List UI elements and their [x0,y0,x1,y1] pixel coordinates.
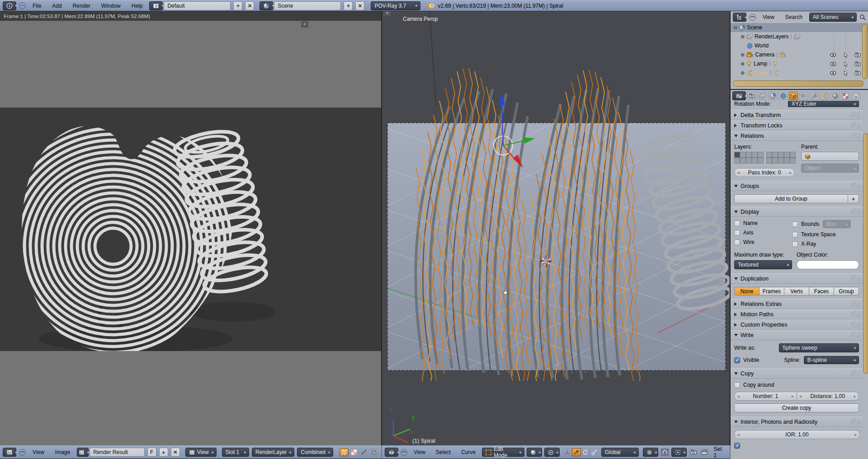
menu-select[interactable]: Select [432,449,455,455]
image-view-mode-select[interactable]: View [185,448,217,457]
pass-index-slider[interactable]: ◂Pass Index: 0▸ [734,168,795,177]
render-slot-select[interactable]: Slot 1 [222,448,249,457]
tab-render[interactable] [747,92,756,100]
clipped-checkbox[interactable] [734,443,740,449]
panel-write[interactable]: Write [731,330,863,340]
snap-element-select[interactable] [671,448,687,457]
pin-icon[interactable] [19,449,26,456]
outliner-item-lamp[interactable]: ⊕ Lamp | [731,59,868,68]
add-to-group-new-button[interactable]: + [848,194,859,203]
outliner-item-renderlayers[interactable]: ⊕ RenderLayers | [731,32,868,41]
display-bounds-checkbox[interactable] [792,221,798,227]
panel-copy[interactable]: Copy [731,368,863,379]
tab-scene[interactable] [768,92,777,100]
manipulator-toggle[interactable] [563,448,572,456]
scene-field[interactable]: Scene [274,1,341,10]
tab-material[interactable] [830,92,840,100]
tab-object[interactable] [789,92,798,100]
display-xray-checkbox[interactable] [792,241,798,247]
render-pass-select[interactable]: Combined [297,448,333,457]
panel-relations-extras[interactable]: Relations Extras [731,299,863,309]
properties-vertical-scrollbar[interactable] [863,133,868,374]
render-opengl-anim-button[interactable] [700,448,708,456]
image-editor-type-button[interactable] [3,448,16,457]
visible-checkbox[interactable] [734,357,740,363]
outliner-display-filter[interactable]: All Scenes [809,13,857,22]
draw-zbuffer-toggle[interactable] [359,448,368,456]
spline-select[interactable]: B-spline [804,356,859,364]
outliner-item-camera[interactable]: ⊕ Camera | [731,50,868,59]
duplication-verts-button[interactable]: Verts [784,287,809,295]
menu-help[interactable]: Help [127,3,147,9]
draw-image-toggle[interactable] [340,448,349,456]
display-name-checkbox[interactable] [734,220,740,226]
visibility-eye-icon[interactable] [830,70,836,76]
render-layer-select[interactable]: RenderLayer [252,448,294,457]
outliner-item-spiral[interactable]: ⊕ Spiral | [731,68,868,77]
layers-grid-2[interactable] [766,152,796,164]
screen-layout-delete-button[interactable]: ✕ [245,1,254,10]
outliner-menu-view[interactable]: View [759,14,778,20]
scene-add-button[interactable]: + [344,1,353,10]
outliner-item-world[interactable]: World [731,41,868,50]
region-expand-tab[interactable]: + [301,21,308,28]
tab-texture[interactable] [841,92,850,100]
panel-delta-transform[interactable]: Delta Transform [731,110,863,120]
panel-display[interactable]: Display [731,206,863,217]
translate-manipulator-button[interactable] [572,448,581,456]
display-axis-checkbox[interactable] [734,230,740,236]
panel-motion-paths[interactable]: Motion Paths [731,309,863,319]
menu-render[interactable]: Render [69,3,94,9]
draw-alpha-toggle[interactable] [349,448,359,456]
renderability-camera-icon[interactable] [854,52,861,58]
menu-image[interactable]: Image [51,449,74,455]
outliner-editor-type-button[interactable] [733,13,746,22]
menu-view[interactable]: View [28,449,48,455]
tab-physics[interactable] [851,92,860,100]
pivot-point-select[interactable] [544,448,560,457]
visibility-eye-icon[interactable] [830,61,836,67]
outliner-horizontal-scrollbar[interactable] [733,80,863,87]
info-editor-type-button[interactable] [3,1,16,10]
properties-editor-type-button[interactable] [732,91,746,100]
panel-groups[interactable]: Groups [731,181,863,191]
selectability-cursor-icon[interactable] [844,70,848,76]
menu-view[interactable]: View [410,449,429,455]
color-management-toggle[interactable] [369,448,378,456]
scene-browse-button[interactable] [259,1,273,10]
image-add-button[interactable]: + [159,448,168,457]
tab-world[interactable] [778,92,788,100]
duplication-faces-button[interactable]: Faces [809,287,834,295]
menu-file[interactable]: File [28,3,45,9]
selectability-cursor-icon[interactable] [844,52,848,58]
renderability-camera-icon[interactable] [854,61,861,67]
screen-layout-field[interactable]: Default [164,1,231,10]
fake-user-button[interactable]: F [147,448,156,457]
panel-transform-locks[interactable]: Transform Locks [731,120,863,131]
outliner-vertical-scrollbar[interactable] [862,24,868,79]
mode-select[interactable]: Edit Mode [482,448,524,457]
image-unlink-button[interactable]: ✕ [171,448,180,457]
scale-manipulator-button[interactable] [590,448,599,456]
menu-curve[interactable]: Curve [457,449,480,455]
duplication-none-button[interactable]: None [734,287,760,295]
scene-delete-button[interactable]: ✕ [355,1,364,10]
copy-around-checkbox[interactable] [734,382,740,388]
snap-toggle[interactable] [660,448,669,456]
menu-window[interactable]: Window [97,3,125,9]
ior-slider[interactable]: ◂IOR: 1.00▸ [734,430,860,439]
menu-add[interactable]: Add [48,3,66,9]
viewport-editor-type-button[interactable] [385,448,398,457]
copy-number-slider[interactable]: ◂Number: 1▸ [734,392,797,401]
copy-distance-slider[interactable]: ◂Distance: 1.00▸ [797,392,859,401]
panel-relations[interactable]: Relations [731,131,863,141]
outliner-item-scene[interactable]: ⊖ Scene [731,23,868,32]
region-expand-tab[interactable]: + [384,11,391,16]
panel-interior[interactable]: Interior, Photons and Radiosity [731,417,863,427]
display-texture-space-checkbox[interactable] [792,232,798,238]
tab-modifiers[interactable] [810,92,819,100]
parent-field[interactable] [801,152,859,161]
render-engine-select[interactable]: POV-Ray 3.7 [371,1,420,10]
image-name-field[interactable]: Render Result [90,448,145,457]
draw-type-select[interactable]: Textured [734,260,792,269]
